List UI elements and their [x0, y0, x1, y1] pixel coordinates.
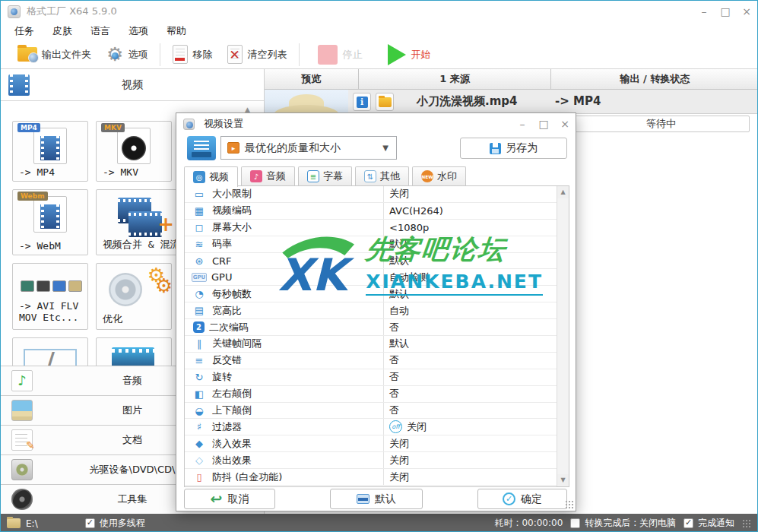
setting-row-rotate[interactable]: ↻旋转否: [185, 369, 557, 386]
setting-row-ruler[interactable]: ▭大小限制关闭: [185, 186, 557, 203]
setting-value: AVC(H264): [389, 205, 443, 217]
shutdown-toggle[interactable]: 转换完成后 : 关闭电脑: [570, 517, 676, 530]
fade-in-icon: ◆: [191, 438, 208, 449]
format-card-webm[interactable]: Webm -> WebM: [12, 189, 88, 255]
setting-row-deinterlace[interactable]: ≡反交错否: [185, 353, 557, 369]
scroll-up-arrow[interactable]: ▲: [557, 186, 569, 198]
tab-watermark[interactable]: NEW 水印: [412, 166, 466, 185]
setting-label: 上下颠倒: [212, 404, 252, 417]
tab-video[interactable]: ◎ 视频: [184, 166, 238, 187]
clear-list-label: 清空列表: [247, 48, 287, 62]
menu-task[interactable]: 任务: [14, 24, 34, 38]
dialog-resize-grip[interactable]: [565, 500, 574, 509]
column-preview[interactable]: 预览: [265, 69, 359, 89]
output-folder-button[interactable]: 输出文件夹: [10, 42, 99, 68]
dialog-maximize-button[interactable]: □: [533, 114, 554, 134]
scroll-down-arrow[interactable]: ▼: [557, 474, 569, 486]
checkbox-unchecked-icon[interactable]: [570, 518, 580, 528]
setting-label: 屏幕大小: [212, 220, 252, 234]
setting-row-fps[interactable]: ◔每秒帧数默认: [185, 286, 557, 302]
checkbox-checked-icon[interactable]: [683, 518, 693, 528]
remove-icon: [173, 45, 188, 64]
setting-row-aspect[interactable]: ▤宽高比自动: [185, 302, 557, 319]
setting-label: 淡出效果: [212, 454, 252, 467]
menu-options[interactable]: 选项: [128, 24, 148, 38]
tab-audio[interactable]: ♪ 音频: [241, 166, 295, 185]
video-section-header[interactable]: 视频: [1, 69, 264, 101]
profile-video-icon: ▸: [227, 142, 239, 154]
media-info-button[interactable]: i: [353, 93, 371, 111]
options-button[interactable]: ⚙ 选项: [99, 42, 155, 68]
window-resize-grip[interactable]: [742, 519, 751, 528]
tab-label: 视频: [209, 170, 229, 184]
notify-toggle[interactable]: 完成通知: [683, 517, 734, 530]
setting-row-chip[interactable]: ▦视频编码AVC(H264): [185, 203, 557, 220]
save-as-button[interactable]: 另存为: [460, 138, 567, 159]
clear-list-button[interactable]: 清空列表: [220, 42, 294, 68]
setting-row-gpu[interactable]: GPUGPU自动检测: [185, 269, 557, 286]
setting-row-two-pass[interactable]: 2二次编码否: [185, 319, 557, 336]
format-card-optimize[interactable]: ⚙ 优化: [96, 263, 172, 330]
setting-row-fade-in[interactable]: ◆淡入效果关闭: [185, 435, 557, 452]
setting-value: 默认: [389, 287, 409, 301]
setting-value: 关闭: [389, 454, 409, 467]
output-folder-icon: [17, 47, 37, 62]
setting-row-keyframe[interactable]: ∥关键帧间隔默认: [185, 336, 557, 353]
gear-icon: ⚙: [106, 45, 123, 64]
ok-button[interactable]: ✓ 确定: [477, 489, 567, 509]
menu-skin[interactable]: 皮肤: [52, 24, 72, 38]
merge-filmstrips-icon: +: [118, 198, 163, 240]
setting-row-filter[interactable]: ♯过滤器off关闭: [185, 419, 557, 435]
dialog-minimize-button[interactable]: –: [512, 114, 533, 134]
tab-other[interactable]: ⇅ 其他: [355, 166, 409, 185]
format-card-avi-etc[interactable]: -> AVI FLV MOV Etc...: [12, 263, 88, 330]
format-card-mkv[interactable]: MKV -> MKV: [96, 121, 172, 182]
profile-selected-value: 最优化的质量和大小: [245, 141, 377, 155]
disc-drive-icon: [11, 459, 33, 480]
menu-language[interactable]: 语言: [90, 24, 110, 38]
setting-row-shield[interactable]: ▯防抖 (白金功能)关闭: [185, 469, 557, 486]
format-card-mp4[interactable]: MP4 -> MP4: [12, 121, 88, 182]
minimize-button[interactable]: –: [693, 2, 715, 21]
stop-label: 停止: [342, 48, 362, 62]
ruler-icon: ▭: [191, 188, 208, 200]
menu-help[interactable]: 帮助: [167, 24, 186, 38]
setting-label: 宽高比: [212, 304, 242, 318]
setting-value: 关闭: [389, 470, 409, 484]
cancel-button[interactable]: ↩ 取消: [184, 489, 275, 509]
setting-value: 否: [389, 370, 399, 384]
status-bar: E:\ 使用多线程 耗时 : 00:00:00 转换完成后 : 关闭电脑 完成通…: [1, 514, 757, 532]
open-folder-button[interactable]: [376, 93, 394, 111]
stop-button[interactable]: 停止: [310, 42, 369, 68]
tab-subtitle[interactable]: ≡ 字幕: [298, 166, 352, 185]
queue-row[interactable]: i 小刀洗澡视频.mp4 -> MP4: [265, 90, 758, 114]
multithread-toggle[interactable]: 使用多线程: [85, 517, 145, 530]
dialog-close-button[interactable]: ×: [554, 114, 576, 134]
film-page-icon: [33, 196, 67, 233]
setting-row-flip-h[interactable]: ◧左右颠倒否: [185, 386, 557, 403]
close-button[interactable]: ×: [736, 2, 757, 21]
scrollbar[interactable]: ▲ ▼: [557, 186, 569, 486]
setting-row-flip-v[interactable]: ◒上下颠倒否: [185, 403, 557, 420]
setting-row-waves[interactable]: ≋码率默认: [185, 236, 557, 253]
profile-drawer-icon[interactable]: [187, 136, 216, 160]
default-button[interactable]: 默认: [330, 489, 423, 509]
checkbox-checked-icon[interactable]: [85, 518, 95, 528]
gpu-icon: GPU: [192, 273, 207, 282]
info-icon: i: [357, 97, 368, 108]
start-label: 开始: [411, 48, 430, 62]
format-card-label: 视频合并 & 混流: [103, 238, 179, 252]
shutdown-label: 转换完成后 : 关闭电脑: [585, 517, 676, 530]
output-drive-path[interactable]: E:\: [26, 518, 38, 529]
setting-row-atom[interactable]: ⊛CRF默认: [185, 253, 557, 270]
maximize-button[interactable]: □: [715, 2, 736, 21]
column-output-status[interactable]: 输出 / 转换状态: [551, 69, 758, 89]
column-source[interactable]: 1 来源: [359, 69, 551, 89]
profile-select[interactable]: ▸ 最优化的质量和大小 ▼: [220, 136, 397, 160]
setting-row-fade-out[interactable]: ◇淡出效果关闭: [185, 452, 557, 469]
setting-row-screen[interactable]: ◻屏幕大小<1080p: [185, 220, 557, 236]
preview-thumbnail[interactable]: [265, 90, 348, 113]
remove-button[interactable]: 移除: [165, 42, 220, 68]
start-button[interactable]: 开始: [380, 42, 438, 68]
play-icon: [388, 44, 406, 65]
